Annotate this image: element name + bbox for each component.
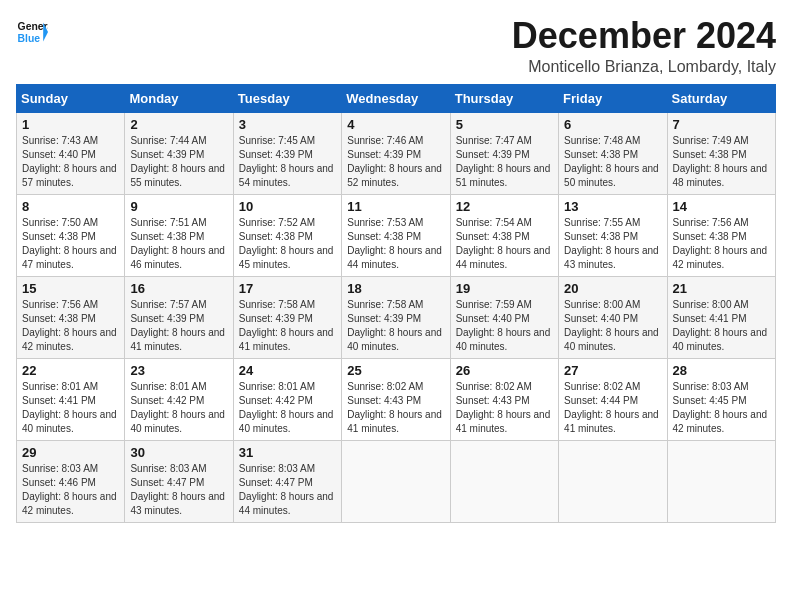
day-info: Sunrise: 7:43 AMSunset: 4:40 PMDaylight:… <box>22 134 119 190</box>
calendar-cell: 30Sunrise: 8:03 AMSunset: 4:47 PMDayligh… <box>125 440 233 522</box>
calendar-week-1: 1Sunrise: 7:43 AMSunset: 4:40 PMDaylight… <box>17 112 776 194</box>
day-info: Sunrise: 8:03 AMSunset: 4:46 PMDaylight:… <box>22 462 119 518</box>
calendar-cell: 7Sunrise: 7:49 AMSunset: 4:38 PMDaylight… <box>667 112 775 194</box>
day-number: 7 <box>673 117 770 132</box>
day-info: Sunrise: 7:48 AMSunset: 4:38 PMDaylight:… <box>564 134 661 190</box>
calendar-cell: 12Sunrise: 7:54 AMSunset: 4:38 PMDayligh… <box>450 194 558 276</box>
day-number: 6 <box>564 117 661 132</box>
day-info: Sunrise: 7:50 AMSunset: 4:38 PMDaylight:… <box>22 216 119 272</box>
calendar-cell: 1Sunrise: 7:43 AMSunset: 4:40 PMDaylight… <box>17 112 125 194</box>
day-number: 13 <box>564 199 661 214</box>
day-number: 27 <box>564 363 661 378</box>
day-info: Sunrise: 7:51 AMSunset: 4:38 PMDaylight:… <box>130 216 227 272</box>
weekday-header-saturday: Saturday <box>667 84 775 112</box>
day-info: Sunrise: 7:49 AMSunset: 4:38 PMDaylight:… <box>673 134 770 190</box>
day-info: Sunrise: 7:52 AMSunset: 4:38 PMDaylight:… <box>239 216 336 272</box>
day-info: Sunrise: 7:59 AMSunset: 4:40 PMDaylight:… <box>456 298 553 354</box>
day-number: 29 <box>22 445 119 460</box>
calendar-cell <box>450 440 558 522</box>
weekday-header-monday: Monday <box>125 84 233 112</box>
weekday-header-tuesday: Tuesday <box>233 84 341 112</box>
calendar-cell: 4Sunrise: 7:46 AMSunset: 4:39 PMDaylight… <box>342 112 450 194</box>
calendar-cell: 10Sunrise: 7:52 AMSunset: 4:38 PMDayligh… <box>233 194 341 276</box>
day-info: Sunrise: 8:03 AMSunset: 4:47 PMDaylight:… <box>239 462 336 518</box>
calendar-cell: 20Sunrise: 8:00 AMSunset: 4:40 PMDayligh… <box>559 276 667 358</box>
calendar-cell: 9Sunrise: 7:51 AMSunset: 4:38 PMDaylight… <box>125 194 233 276</box>
day-info: Sunrise: 8:02 AMSunset: 4:44 PMDaylight:… <box>564 380 661 436</box>
logo-icon: General Blue <box>16 16 48 48</box>
day-number: 1 <box>22 117 119 132</box>
calendar-cell: 27Sunrise: 8:02 AMSunset: 4:44 PMDayligh… <box>559 358 667 440</box>
calendar-cell: 28Sunrise: 8:03 AMSunset: 4:45 PMDayligh… <box>667 358 775 440</box>
calendar-cell: 14Sunrise: 7:56 AMSunset: 4:38 PMDayligh… <box>667 194 775 276</box>
day-info: Sunrise: 7:54 AMSunset: 4:38 PMDaylight:… <box>456 216 553 272</box>
calendar-subtitle: Monticello Brianza, Lombardy, Italy <box>512 58 776 76</box>
weekday-header-row: SundayMondayTuesdayWednesdayThursdayFrid… <box>17 84 776 112</box>
calendar-cell: 16Sunrise: 7:57 AMSunset: 4:39 PMDayligh… <box>125 276 233 358</box>
calendar-cell: 21Sunrise: 8:00 AMSunset: 4:41 PMDayligh… <box>667 276 775 358</box>
day-info: Sunrise: 7:46 AMSunset: 4:39 PMDaylight:… <box>347 134 444 190</box>
weekday-header-wednesday: Wednesday <box>342 84 450 112</box>
day-info: Sunrise: 8:03 AMSunset: 4:45 PMDaylight:… <box>673 380 770 436</box>
weekday-header-thursday: Thursday <box>450 84 558 112</box>
day-info: Sunrise: 8:01 AMSunset: 4:42 PMDaylight:… <box>130 380 227 436</box>
day-number: 21 <box>673 281 770 296</box>
day-number: 26 <box>456 363 553 378</box>
calendar-cell: 6Sunrise: 7:48 AMSunset: 4:38 PMDaylight… <box>559 112 667 194</box>
day-number: 12 <box>456 199 553 214</box>
day-number: 9 <box>130 199 227 214</box>
calendar-cell <box>342 440 450 522</box>
day-info: Sunrise: 7:55 AMSunset: 4:38 PMDaylight:… <box>564 216 661 272</box>
calendar-cell: 11Sunrise: 7:53 AMSunset: 4:38 PMDayligh… <box>342 194 450 276</box>
day-number: 28 <box>673 363 770 378</box>
day-info: Sunrise: 8:02 AMSunset: 4:43 PMDaylight:… <box>347 380 444 436</box>
day-number: 10 <box>239 199 336 214</box>
day-number: 11 <box>347 199 444 214</box>
calendar-week-5: 29Sunrise: 8:03 AMSunset: 4:46 PMDayligh… <box>17 440 776 522</box>
calendar-week-3: 15Sunrise: 7:56 AMSunset: 4:38 PMDayligh… <box>17 276 776 358</box>
day-number: 30 <box>130 445 227 460</box>
day-number: 8 <box>22 199 119 214</box>
day-number: 22 <box>22 363 119 378</box>
day-number: 24 <box>239 363 336 378</box>
calendar-cell: 26Sunrise: 8:02 AMSunset: 4:43 PMDayligh… <box>450 358 558 440</box>
day-number: 2 <box>130 117 227 132</box>
calendar-cell: 24Sunrise: 8:01 AMSunset: 4:42 PMDayligh… <box>233 358 341 440</box>
day-number: 25 <box>347 363 444 378</box>
weekday-header-friday: Friday <box>559 84 667 112</box>
day-number: 14 <box>673 199 770 214</box>
calendar-cell: 3Sunrise: 7:45 AMSunset: 4:39 PMDaylight… <box>233 112 341 194</box>
logo: General Blue <box>16 16 48 48</box>
calendar-cell: 15Sunrise: 7:56 AMSunset: 4:38 PMDayligh… <box>17 276 125 358</box>
calendar-cell: 18Sunrise: 7:58 AMSunset: 4:39 PMDayligh… <box>342 276 450 358</box>
day-number: 17 <box>239 281 336 296</box>
day-info: Sunrise: 8:02 AMSunset: 4:43 PMDaylight:… <box>456 380 553 436</box>
calendar-cell: 19Sunrise: 7:59 AMSunset: 4:40 PMDayligh… <box>450 276 558 358</box>
day-info: Sunrise: 7:58 AMSunset: 4:39 PMDaylight:… <box>239 298 336 354</box>
calendar-cell: 8Sunrise: 7:50 AMSunset: 4:38 PMDaylight… <box>17 194 125 276</box>
calendar-cell: 29Sunrise: 8:03 AMSunset: 4:46 PMDayligh… <box>17 440 125 522</box>
calendar-cell: 23Sunrise: 8:01 AMSunset: 4:42 PMDayligh… <box>125 358 233 440</box>
day-number: 5 <box>456 117 553 132</box>
calendar-title: December 2024 <box>512 16 776 56</box>
title-block: December 2024 Monticello Brianza, Lombar… <box>512 16 776 76</box>
day-info: Sunrise: 7:44 AMSunset: 4:39 PMDaylight:… <box>130 134 227 190</box>
day-number: 15 <box>22 281 119 296</box>
day-number: 18 <box>347 281 444 296</box>
day-info: Sunrise: 8:03 AMSunset: 4:47 PMDaylight:… <box>130 462 227 518</box>
day-info: Sunrise: 8:00 AMSunset: 4:41 PMDaylight:… <box>673 298 770 354</box>
day-info: Sunrise: 7:58 AMSunset: 4:39 PMDaylight:… <box>347 298 444 354</box>
weekday-header-sunday: Sunday <box>17 84 125 112</box>
day-number: 3 <box>239 117 336 132</box>
page-header: General Blue December 2024 Monticello Br… <box>16 16 776 76</box>
calendar-week-4: 22Sunrise: 8:01 AMSunset: 4:41 PMDayligh… <box>17 358 776 440</box>
day-number: 31 <box>239 445 336 460</box>
day-number: 16 <box>130 281 227 296</box>
calendar-cell <box>559 440 667 522</box>
calendar-table: SundayMondayTuesdayWednesdayThursdayFrid… <box>16 84 776 523</box>
day-number: 23 <box>130 363 227 378</box>
calendar-cell: 25Sunrise: 8:02 AMSunset: 4:43 PMDayligh… <box>342 358 450 440</box>
day-info: Sunrise: 7:47 AMSunset: 4:39 PMDaylight:… <box>456 134 553 190</box>
day-info: Sunrise: 7:56 AMSunset: 4:38 PMDaylight:… <box>673 216 770 272</box>
calendar-cell: 5Sunrise: 7:47 AMSunset: 4:39 PMDaylight… <box>450 112 558 194</box>
